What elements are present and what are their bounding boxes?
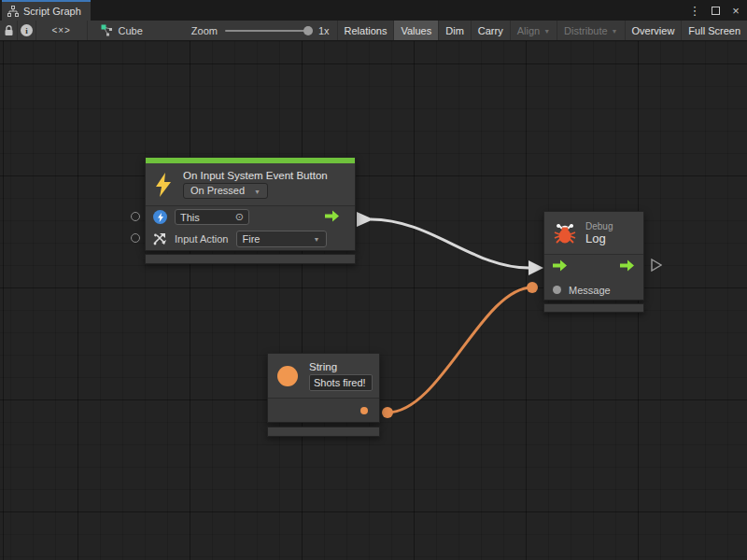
distribute-label: Distribute — [564, 25, 607, 36]
values-button[interactable]: Values — [394, 21, 439, 40]
this-port-row: This ⊙ — [146, 206, 355, 228]
string-node-header: String Shots fired! — [268, 354, 379, 399]
string-value-field[interactable]: Shots fired! — [309, 374, 373, 391]
string-value: Shots fired! — [314, 377, 366, 388]
fullscreen-button[interactable]: Full Screen — [682, 21, 747, 40]
debug-node-category: Debug — [585, 221, 613, 231]
input-action-port[interactable] — [131, 233, 140, 243]
input-action-icon — [153, 232, 167, 245]
info-icon: i — [21, 24, 33, 36]
node-string-literal[interactable]: String Shots fired! — [267, 353, 380, 437]
bug-icon — [553, 221, 577, 245]
carry-label: Carry — [478, 25, 503, 36]
flow-output-port[interactable] — [620, 259, 635, 275]
lightning-bolt-icon — [153, 172, 174, 198]
this-field-value: This — [180, 212, 200, 223]
input-action-value: Fire — [243, 233, 261, 245]
event-node-header: On Input System Event Button On Pressed … — [146, 163, 355, 206]
align-label: Align — [517, 25, 540, 36]
chevron-down-icon: ▼ — [254, 189, 261, 195]
tab-script-graph[interactable]: Script Graph — [2, 0, 91, 21]
flow-output-port[interactable] — [325, 209, 340, 226]
breadcrumb[interactable]: Cube — [88, 21, 154, 40]
node-on-input-system-event-button[interactable]: On Input System Event Button On Pressed … — [145, 157, 356, 264]
debug-node-title: Log — [585, 231, 613, 245]
input-action-port-row: Input Action Fire ▼ — [146, 228, 355, 249]
debug-node-footer — [543, 303, 644, 313]
overview-button[interactable]: Overview — [626, 21, 683, 40]
kebab-menu-icon: ⋮ — [689, 4, 701, 18]
close-button[interactable]: × — [728, 3, 743, 18]
lock-icon — [4, 25, 14, 36]
maximize-icon — [712, 7, 720, 15]
zoom-slider-thumb[interactable] — [303, 26, 313, 35]
chevron-down-icon: ▼ — [543, 28, 550, 35]
lock-button[interactable] — [0, 21, 18, 40]
distribute-button[interactable]: Distribute ▼ — [557, 21, 625, 40]
zoom-label: Zoom — [191, 25, 218, 36]
fullscreen-label: Full Screen — [688, 25, 740, 36]
string-node-footer — [267, 427, 380, 437]
inspector-button[interactable]: i — [18, 21, 35, 40]
zoom-control: Zoom 1x — [154, 21, 337, 40]
input-action-dropdown[interactable]: Fire ▼ — [236, 231, 327, 247]
message-input-port[interactable] — [553, 286, 561, 294]
values-label: Values — [401, 25, 431, 36]
event-node-footer — [145, 254, 356, 264]
string-node-title: String — [309, 361, 373, 372]
this-object-field[interactable]: This ⊙ — [175, 209, 249, 225]
script-graph-icon — [7, 6, 19, 17]
message-label: Message — [569, 285, 611, 296]
code-icon: <×> — [51, 25, 71, 35]
input-action-label: Input Action — [175, 233, 229, 245]
graph-toolbar: i <×> Cube Zoom 1x Relations Values Dim … — [0, 21, 747, 41]
close-icon: × — [732, 4, 740, 18]
chevron-down-icon: ▼ — [314, 236, 320, 243]
overview-label: Overview — [632, 25, 675, 36]
tab-bar: Script Graph ⋮ × — [0, 0, 747, 21]
message-port-row: Message — [544, 278, 643, 301]
event-node-body: This ⊙ Input Act — [146, 206, 355, 249]
chevron-down-icon: ▼ — [612, 28, 618, 35]
dim-button[interactable]: Dim — [439, 21, 472, 40]
event-mode-dropdown[interactable]: On Pressed ▼ — [183, 183, 268, 199]
relations-button[interactable]: Relations — [338, 21, 395, 40]
event-node-title: On Input System Event Button — [183, 170, 328, 181]
graph-asset-icon — [101, 24, 113, 36]
carry-button[interactable]: Carry — [472, 21, 511, 40]
this-input-port[interactable] — [131, 212, 140, 221]
debug-node-header: Debug Log — [544, 212, 643, 255]
object-picker-icon: ⊙ — [235, 212, 244, 222]
flow-input-port[interactable] — [553, 259, 568, 275]
dim-label: Dim — [445, 25, 464, 36]
event-mode-value: On Pressed — [190, 185, 245, 196]
relations-label: Relations — [345, 25, 388, 36]
debug-flow-row — [544, 255, 643, 278]
maximize-button[interactable] — [708, 3, 723, 18]
window-menu-button[interactable]: ⋮ — [687, 3, 702, 18]
unity-script-graph-window: Script Graph ⋮ × i <×> — [0, 0, 747, 560]
string-output-port[interactable] — [360, 407, 368, 414]
zoom-slider[interactable] — [225, 30, 311, 32]
gameobject-icon — [153, 210, 167, 224]
string-node-body — [268, 399, 379, 423]
preview-code-button[interactable]: <×> — [36, 21, 88, 40]
node-debug-log[interactable]: Debug Log Message — [543, 211, 644, 313]
string-type-icon — [277, 366, 298, 386]
next-flow-port[interactable] — [651, 259, 662, 275]
zoom-value: 1x — [318, 25, 330, 36]
breadcrumb-label: Cube — [119, 25, 143, 36]
align-button[interactable]: Align ▼ — [511, 21, 557, 40]
window-controls: ⋮ × — [687, 0, 743, 21]
tab-title: Script Graph — [23, 6, 81, 17]
